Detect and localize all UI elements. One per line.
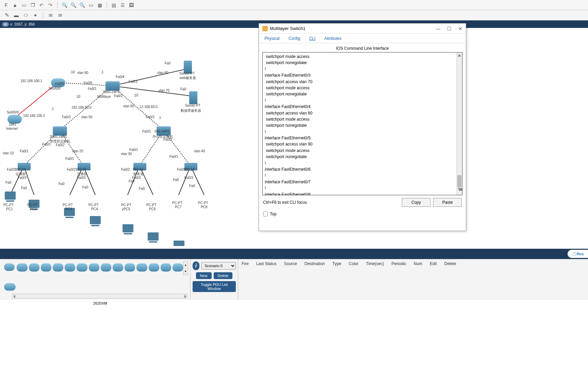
copy-icon[interactable]: ❐ (29, 2, 36, 9)
model-chip[interactable]: 819IOX (77, 263, 87, 272)
image-icon[interactable]: 🖼 (128, 2, 135, 9)
list-icon[interactable]: ☰ (119, 2, 126, 9)
dialog-title: Multilayer Switch1 (270, 26, 306, 31)
label-n: .1 (158, 116, 161, 120)
model-chip[interactable]: 1941 (41, 263, 51, 272)
new-scenario-button[interactable]: New (196, 272, 212, 279)
maximize-icon[interactable]: ☐ (447, 26, 452, 31)
triangle-icon[interactable]: ▲ (12, 2, 18, 9)
copy-button[interactable]: Copy (402, 198, 430, 207)
scenario-select[interactable]: Scenario 0 (201, 262, 236, 270)
device-dialog[interactable]: Multilayer Switch1 — ☐ ✕ Physical Config… (259, 23, 466, 231)
divider (57, 2, 58, 8)
palette-hscroll[interactable] (12, 294, 187, 298)
dialog-tabs: Physical Config CLI Attributes (259, 34, 466, 43)
label-vlan: vlan 60 (123, 104, 134, 108)
pc-6[interactable] (148, 232, 159, 241)
page-icon[interactable]: ▭ (20, 2, 27, 9)
paste-button[interactable]: Paste (433, 198, 462, 207)
tab-config[interactable]: Config (287, 34, 302, 43)
label-vlan: vlan 30 (121, 152, 132, 156)
label-port: Fa0/3 (184, 176, 193, 180)
model-chip[interactable]: 2911 (65, 263, 75, 272)
pc-7[interactable] (174, 241, 184, 246)
model-chip[interactable]: PT-Empty (136, 263, 147, 272)
rect-note-icon[interactable]: ▬ (13, 12, 20, 19)
label-dev: PC-PT (3, 203, 14, 207)
cli-output: switchport mode access switchport nonego… (265, 54, 313, 195)
category-router-icon[interactable] (4, 263, 15, 271)
label-port: Fa0/1 (42, 142, 51, 146)
switch-3560-left[interactable] (53, 126, 67, 136)
divider (107, 2, 107, 8)
notes-icon[interactable]: ▤ (110, 2, 117, 9)
info-icon[interactable]: i (193, 261, 199, 270)
label-ip: 12.168.60.0 (140, 105, 158, 109)
ellipse-icon[interactable]: ⬭ (22, 12, 29, 19)
rect-icon[interactable]: ▭ (87, 2, 94, 9)
tab-physical[interactable]: Physical (263, 34, 281, 43)
app-icon (262, 26, 268, 31)
toolbar-secondary: ✎ ▬ ⬭ ✦ ✉ ✉ (0, 10, 588, 20)
bold-icon[interactable]: F (3, 2, 10, 9)
scrollbar-vertical[interactable] (457, 52, 462, 195)
redo-icon[interactable]: ↷ (47, 2, 54, 9)
undo-icon[interactable]: ↶ (38, 2, 45, 9)
switch-multilayer-core[interactable] (105, 81, 120, 91)
panel-icon[interactable]: ▦ (96, 2, 103, 9)
freeform-icon[interactable]: ✦ (32, 12, 39, 19)
minimize-icon[interactable]: — (436, 26, 440, 31)
model-chip[interactable]: 4331 (17, 263, 27, 272)
model-chip[interactable]: 1841 (149, 263, 159, 272)
delete-scenario-button[interactable]: Delete (214, 272, 233, 279)
tab-attributes[interactable]: Attributes (323, 34, 343, 43)
closed-envelope-icon[interactable]: ✉ (47, 12, 54, 19)
top-checkbox[interactable] (263, 212, 268, 216)
toggle-pdu-button[interactable]: Toggle PDU List Window (193, 281, 236, 292)
col-num: Num (414, 261, 422, 298)
col-edit: Edit (430, 261, 437, 298)
model-chip[interactable]: PT-Router (125, 263, 135, 272)
realtime-pill[interactable]: 🕐Rea (568, 250, 588, 258)
model-chip[interactable]: 2621XM (173, 263, 183, 272)
palette-spinner[interactable]: ▴▾ (183, 261, 188, 275)
model-chip[interactable]: 829 (101, 263, 111, 272)
model-chip[interactable]: 2901 (53, 263, 63, 272)
model-chip[interactable]: 2620XM (161, 263, 171, 272)
label-dev: PC-PT (121, 203, 131, 207)
logical-badge[interactable]: al (2, 22, 9, 27)
tab-cli[interactable]: CLI (308, 34, 317, 43)
server-db[interactable] (189, 91, 197, 104)
label-dev: PC-PT (172, 201, 182, 205)
model-chip[interactable]: 1240 (113, 263, 123, 272)
col-color: Color (349, 261, 359, 298)
model-chip[interactable]: 819HGW (89, 263, 99, 272)
cli-terminal[interactable]: switchport mode access switchport nonego… (262, 52, 462, 195)
label-dev: 950-24 (133, 168, 143, 171)
toolbar-primary: F ▲ ▭ ❐ ↶ ↷ 🔍 🔍 🔍 ▭ ▦ ▤ ☰ 🖼 (0, 0, 588, 10)
label-port: Fa0/1 (142, 129, 151, 133)
pc-1[interactable] (5, 191, 16, 200)
pc-4[interactable] (90, 216, 101, 224)
label-vlan: vlan 20 (72, 149, 83, 153)
zoom-in-icon[interactable]: 🔍 (61, 2, 68, 9)
zoom-out-icon[interactable]: 🔍 (70, 2, 77, 9)
close-icon[interactable]: ✕ (458, 26, 462, 31)
zoom-reset-icon[interactable]: 🔍 (79, 2, 85, 9)
label-port: Fa0/2 (7, 168, 16, 171)
label-dev: PC8 (201, 205, 207, 209)
scrollbar-thumb[interactable] (457, 175, 461, 187)
label-dev: 950-24 (15, 168, 26, 171)
pc-5[interactable] (122, 224, 133, 232)
category-router-icon-2[interactable] (4, 283, 16, 291)
label-n: .1 (51, 107, 54, 111)
dialog-titlebar[interactable]: Multilayer Switch1 — ☐ ✕ (259, 24, 466, 34)
label-dev: PC3 (65, 207, 72, 211)
label-port: Fa0/2 (177, 168, 186, 171)
label-dev: 3560-24PS (50, 135, 67, 139)
cli-hint: Ctrl+F6 to exit CLI focus (263, 200, 307, 205)
model-chip[interactable]: 4321 (29, 263, 39, 272)
pointer-icon[interactable]: ✎ (3, 12, 10, 19)
top-checkbox-row[interactable]: Top (259, 210, 466, 218)
open-envelope-icon[interactable]: ✉ (57, 12, 64, 19)
